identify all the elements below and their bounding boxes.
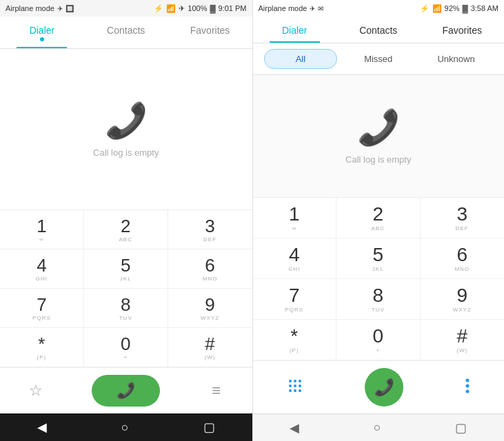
key-star-left[interactable]: * (P) bbox=[0, 328, 84, 367]
svg-point-4 bbox=[294, 384, 296, 387]
home-nav-icon[interactable]: ○ bbox=[121, 420, 129, 435]
star-icon: ☆ bbox=[29, 382, 43, 400]
key-9-right[interactable]: 9 WXYZ bbox=[421, 279, 505, 320]
right-home-nav-icon[interactable]: ○ bbox=[374, 420, 381, 435]
key-4-right[interactable]: 4 GHI bbox=[253, 238, 337, 279]
call-icon-right: 📞 bbox=[374, 378, 394, 397]
tab-favorites-left[interactable]: Favorites bbox=[168, 17, 252, 48]
tab-active-dot bbox=[40, 37, 44, 41]
tab-contacts-right[interactable]: Contacts bbox=[336, 17, 421, 43]
key-0-left[interactable]: 0 + bbox=[84, 328, 168, 367]
vertical-dots-icon bbox=[465, 378, 470, 393]
key-6-right[interactable]: 6 MNO bbox=[421, 238, 505, 279]
dialpad-icon bbox=[288, 378, 303, 393]
left-tab-bar: Dialer Contacts Favorites bbox=[0, 17, 252, 49]
call-icon-left: 📞 bbox=[117, 382, 135, 400]
key-hash-left[interactable]: # (W) bbox=[168, 328, 252, 367]
key-7-right[interactable]: 7 PQRS bbox=[253, 279, 337, 320]
favorites-button-left[interactable]: ☆ bbox=[21, 376, 51, 406]
svg-point-1 bbox=[294, 380, 296, 382]
time-label: 9:01 PM bbox=[219, 4, 247, 12]
menu-button-left[interactable]: ≡ bbox=[201, 376, 232, 406]
key-5-left[interactable]: 5 JKL bbox=[84, 249, 168, 289]
key-7-left[interactable]: 7 PQRS bbox=[0, 289, 84, 328]
right-battery-label: 92% bbox=[445, 4, 460, 12]
right-tab-bar: Dialer Contacts Favorites bbox=[253, 17, 505, 43]
right-back-nav-icon[interactable]: ◀ bbox=[290, 420, 299, 435]
right-nav-bar: ◀ ○ ▢ bbox=[253, 413, 505, 441]
svg-point-8 bbox=[299, 389, 301, 392]
key-3-right[interactable]: 3 DEF bbox=[421, 198, 505, 238]
dialpad-button-right[interactable] bbox=[281, 371, 310, 404]
left-bottom-bar: ☆ 📞 ≡ bbox=[0, 367, 252, 413]
key-1-right[interactable]: 1 ∞ bbox=[253, 198, 337, 238]
key-8-right[interactable]: 8 TUV bbox=[336, 279, 421, 320]
right-battery-icon: ▓ bbox=[463, 4, 468, 12]
left-call-log-area: 📞 Call log is empty bbox=[0, 49, 252, 209]
right-airplane-label: Airplane mode bbox=[259, 4, 308, 12]
key-6-left[interactable]: 6 MNO bbox=[168, 249, 252, 289]
left-call-log-empty: Call log is empty bbox=[93, 147, 159, 158]
more-options-button[interactable] bbox=[458, 371, 476, 403]
airplane-mode-icon: ✈ bbox=[57, 5, 63, 12]
right-signal-icon: 📶 bbox=[432, 4, 442, 13]
key-2-right[interactable]: 2 ABC bbox=[336, 198, 421, 238]
right-status-left: Airplane mode ✈ ✉ bbox=[259, 4, 324, 12]
screen-lock-icon: 🔲 bbox=[65, 5, 74, 12]
phone-icon-large-left: 📞 bbox=[105, 101, 148, 141]
key-4-left[interactable]: 4 GHI bbox=[0, 249, 84, 289]
right-phone-panel: Airplane mode ✈ ✉ ⚡ 📶 92% ▓ 3:58 AM Dial… bbox=[252, 0, 505, 441]
key-9-left[interactable]: 9 WXYZ bbox=[168, 289, 252, 328]
key-hash-right[interactable]: # (W) bbox=[421, 320, 505, 360]
filter-all[interactable]: All bbox=[264, 49, 338, 69]
tab-favorites-right[interactable]: Favorites bbox=[421, 17, 505, 43]
key-8-left[interactable]: 8 TUV bbox=[84, 289, 168, 328]
airplane-icon: ✈ bbox=[179, 4, 185, 13]
call-button-left[interactable]: 📞 bbox=[92, 375, 160, 407]
key-2-left[interactable]: 2 ABC bbox=[84, 210, 168, 249]
status-right: ⚡ 📶 ✈ 100% ▓ 9:01 PM bbox=[154, 4, 246, 13]
tab-dialer-left[interactable]: Dialer bbox=[0, 17, 84, 48]
key-3-left[interactable]: 3 DEF bbox=[168, 210, 252, 249]
left-phone-panel: Airplane mode ✈ 🔲 ⚡ 📶 ✈ 100% ▓ 9:01 PM D… bbox=[0, 0, 252, 441]
left-dialer-grid: 1 ∞ 2 ABC 3 DEF 4 GHI 5 JKL 6 MNO 7 PQRS… bbox=[0, 209, 252, 367]
recents-nav-icon[interactable]: ▢ bbox=[203, 420, 215, 435]
right-filter-bar: All Missed Unknown bbox=[253, 43, 505, 75]
svg-point-9 bbox=[465, 379, 469, 382]
svg-point-2 bbox=[299, 380, 301, 382]
right-time-label: 3:58 AM bbox=[471, 4, 498, 12]
key-star-right[interactable]: * (P) bbox=[253, 320, 337, 360]
menu-icon: ≡ bbox=[212, 382, 221, 400]
key-5-right[interactable]: 5 JKL bbox=[336, 238, 421, 279]
key-1-left[interactable]: 1 ∞ bbox=[0, 210, 84, 249]
svg-point-11 bbox=[465, 390, 469, 393]
right-status-right: ⚡ 📶 92% ▓ 3:58 AM bbox=[420, 4, 498, 13]
call-button-right[interactable]: 📞 bbox=[365, 368, 403, 407]
key-0-right[interactable]: 0 + bbox=[336, 320, 421, 360]
phone-icon-large-right: 📞 bbox=[357, 107, 400, 147]
left-nav-bar: ◀ ○ ▢ bbox=[0, 413, 252, 441]
signal-icon: 📶 bbox=[166, 4, 176, 13]
svg-point-10 bbox=[465, 384, 469, 388]
left-status-bar: Airplane mode ✈ 🔲 ⚡ 📶 ✈ 100% ▓ 9:01 PM bbox=[0, 0, 252, 17]
right-dialer-grid: 1 ∞ 2 ABC 3 DEF 4 GHI 5 JKL 6 MNO 7 PQRS… bbox=[253, 197, 505, 360]
svg-point-3 bbox=[289, 384, 292, 387]
filter-unknown[interactable]: Unknown bbox=[419, 49, 493, 69]
right-call-log-empty: Call log is empty bbox=[345, 154, 411, 165]
right-envelope-icon: ✉ bbox=[318, 5, 323, 12]
svg-point-7 bbox=[294, 389, 296, 392]
battery-icon: ▓ bbox=[210, 4, 216, 12]
svg-point-0 bbox=[289, 380, 292, 382]
tab-dialer-right[interactable]: Dialer bbox=[253, 17, 337, 43]
back-nav-icon[interactable]: ◀ bbox=[37, 420, 47, 435]
right-airplane-icon: ✈ bbox=[310, 5, 315, 12]
right-recents-nav-icon[interactable]: ▢ bbox=[455, 420, 467, 435]
tab-contacts-left[interactable]: Contacts bbox=[84, 17, 168, 48]
battery-label: 100% bbox=[188, 4, 207, 12]
right-bluetooth-icon: ⚡ bbox=[420, 4, 430, 13]
right-call-log-area: 📞 Call log is empty bbox=[253, 75, 505, 197]
filter-missed[interactable]: Missed bbox=[341, 49, 415, 69]
status-left: Airplane mode ✈ 🔲 bbox=[6, 4, 74, 12]
svg-point-6 bbox=[289, 389, 292, 392]
right-status-bar: Airplane mode ✈ ✉ ⚡ 📶 92% ▓ 3:58 AM bbox=[253, 0, 505, 17]
